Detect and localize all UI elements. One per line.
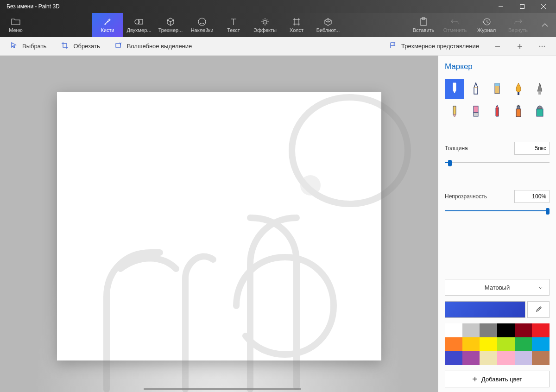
brush-crayon[interactable] (487, 101, 507, 121)
view3d-button[interactable]: Трехмерное представление (384, 37, 485, 56)
text-icon (229, 17, 238, 26)
magic-select-button[interactable]: Волшебное выделение (109, 37, 198, 56)
more-button[interactable] (533, 37, 551, 56)
tab-canvas[interactable]: Холст (281, 13, 312, 37)
color-swatch[interactable] (532, 351, 550, 365)
color-palette (445, 323, 550, 365)
chevron-down-icon (538, 284, 543, 291)
library-icon (323, 17, 333, 26)
zoom-out-button[interactable] (488, 37, 507, 56)
tab-2d[interactable]: Двухмер... (123, 13, 155, 37)
side-panel: Маркер Толщина Непрозрачность (438, 56, 556, 392)
brush-pencil[interactable] (445, 101, 464, 121)
add-color-button[interactable]: Добавить цвет (445, 371, 550, 387)
crop-icon (61, 42, 69, 51)
svg-rect-18 (474, 106, 478, 113)
current-color-row (445, 301, 550, 318)
canvas-icon (292, 17, 301, 26)
history-icon (482, 17, 491, 26)
tab-3d[interactable]: Трехмер... (155, 13, 186, 37)
material-dropdown[interactable]: Матовый (445, 279, 550, 296)
svg-rect-0 (520, 5, 524, 9)
color-swatch[interactable] (480, 323, 497, 337)
brush-eraser[interactable] (466, 101, 486, 121)
svg-rect-22 (518, 105, 519, 106)
canvas[interactable] (57, 92, 381, 360)
opacity-slider[interactable] (445, 207, 550, 215)
color-swatch[interactable] (462, 337, 480, 351)
color-swatch[interactable] (445, 337, 462, 351)
opacity-control: Непрозрачность (445, 190, 550, 203)
color-swatch[interactable] (497, 323, 515, 337)
color-swatch[interactable] (497, 337, 515, 351)
color-swatch[interactable] (445, 351, 462, 365)
svg-rect-16 (518, 92, 519, 95)
brush-spray[interactable] (509, 101, 528, 121)
opacity-input[interactable] (514, 190, 550, 203)
thickness-control: Толщина (445, 142, 550, 155)
eyedropper-button[interactable] (527, 301, 550, 318)
zoom-in-button[interactable] (511, 37, 529, 56)
brush-pixel[interactable] (530, 79, 550, 99)
redo-icon (513, 17, 523, 26)
color-swatch[interactable] (462, 323, 480, 337)
panel-title: Маркер (445, 62, 550, 71)
tab-library[interactable]: Библиот... (312, 13, 344, 37)
brush-watercolor[interactable] (509, 79, 528, 99)
color-swatch[interactable] (480, 337, 497, 351)
history-button[interactable]: Журнал (471, 13, 502, 37)
svg-rect-17 (538, 91, 541, 95)
toolbar: Выбрать Обрезать Волшебное выделение Тре… (0, 37, 556, 56)
svg-point-4 (264, 20, 266, 23)
brush-fill[interactable] (530, 101, 550, 121)
flag-icon (389, 42, 397, 51)
brush-oil[interactable] (487, 79, 507, 99)
h-scrollbar-thumb[interactable] (144, 388, 301, 390)
effects-icon (260, 17, 270, 26)
svg-point-12 (544, 45, 545, 47)
tab-brushes[interactable]: Кисти (92, 13, 123, 37)
opacity-slider-thumb[interactable] (546, 208, 550, 215)
sticker-icon (197, 17, 207, 26)
color-swatch[interactable] (515, 351, 532, 365)
color-swatch[interactable] (515, 323, 532, 337)
crop-button[interactable]: Обрезать (56, 37, 105, 56)
svg-rect-23 (537, 109, 543, 116)
brush-marker[interactable] (445, 79, 464, 99)
color-swatch[interactable] (497, 351, 515, 365)
thickness-slider[interactable] (445, 158, 550, 167)
current-color-swatch[interactable] (445, 301, 525, 318)
thickness-input[interactable] (514, 142, 550, 155)
svg-point-10 (539, 45, 541, 47)
tab-stickers[interactable]: Наклейки (186, 13, 218, 37)
color-swatch[interactable] (532, 323, 550, 337)
cube-icon (166, 17, 175, 26)
color-swatch[interactable] (532, 337, 550, 351)
color-swatch[interactable] (480, 351, 497, 365)
svg-point-3 (198, 18, 206, 25)
menu-button[interactable]: Меню (0, 13, 32, 37)
paste-button[interactable]: Вставить (408, 13, 439, 37)
select-button[interactable]: Выбрать (5, 37, 52, 56)
color-swatch[interactable] (462, 351, 480, 365)
minimize-button[interactable] (490, 0, 512, 13)
color-swatch[interactable] (445, 323, 462, 337)
undo-button[interactable]: Отменить (439, 13, 471, 37)
svg-rect-5 (294, 19, 299, 24)
redo-button[interactable]: Вернуть (502, 13, 534, 37)
tab-text[interactable]: Текст (218, 13, 249, 37)
color-swatch[interactable] (515, 337, 532, 351)
maximize-button[interactable] (512, 0, 533, 13)
clipboard-icon (419, 17, 428, 26)
titlebar: Без имени - Paint 3D (0, 0, 556, 13)
brush-calligraphy[interactable] (466, 79, 486, 99)
brush-icon (103, 17, 112, 26)
brush-grid (445, 79, 550, 121)
tab-effects[interactable]: Эффекты (249, 13, 281, 37)
undo-icon (450, 17, 460, 26)
collapse-ribbon-button[interactable] (534, 13, 556, 37)
thickness-slider-thumb[interactable] (448, 160, 452, 166)
close-button[interactable] (533, 0, 554, 13)
canvas-area[interactable] (0, 56, 438, 392)
svg-rect-15 (495, 83, 499, 86)
